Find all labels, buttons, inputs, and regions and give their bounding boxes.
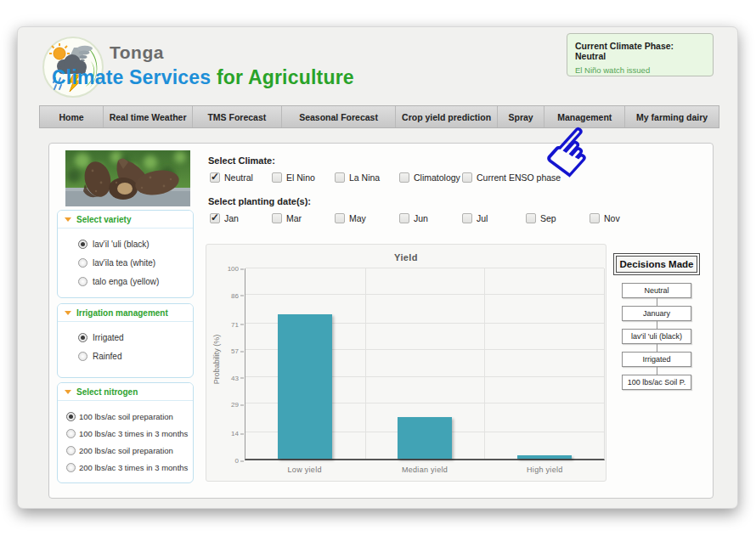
planting-dates-label: Select planting date(s): [208,196,311,206]
irrigation-management-panel: Irrigation management Irrigated Rainfed [57,303,194,378]
collapse-arrow-icon [65,217,71,222]
select-nitrogen-header[interactable]: Select nitrogen [58,383,193,401]
yield-chart: Yield Probability (%) 0142943577186100 L… [206,244,606,482]
radio-icon [78,240,87,249]
decisions-made-title: Decisions Made [616,256,697,273]
nav-home[interactable]: Home [40,106,104,127]
decision-connector [657,367,657,375]
climate-phase-title: Current Climate Phase: Neutral [575,41,705,61]
checkbox-icon [462,172,472,183]
radio-icon [78,352,87,361]
checkbox-icon [272,172,282,183]
climate-option-current-enso[interactable]: Current ENSO phase [462,172,561,183]
chart-bar [398,417,452,459]
planting-dates-row: Jan Mar May Jun Jul Sep Nov [206,213,681,227]
chart-bar-slot [245,268,365,459]
irrigation-management-header[interactable]: Irrigation management [58,304,193,322]
nav-real-time-weather[interactable]: Real time Weather [104,106,193,127]
radio-icon [66,463,76,472]
x-label-high-yield: High yield [485,465,605,474]
date-option-mar[interactable]: Mar [272,213,302,223]
variety-option-white[interactable]: lav'ila tea (white) [78,258,189,268]
select-variety-header[interactable]: Select variety [58,211,193,229]
checkbox-icon [526,213,536,223]
chart-title: Yield [206,252,606,262]
checkbox-icon [335,213,345,223]
radio-icon [78,333,87,342]
checkbox-icon [335,172,345,183]
chart-x-labels: Low yield Median yield High yield [245,465,605,474]
nav-my-farming-dairy[interactable]: My farming dairy [625,106,719,127]
date-option-may[interactable]: May [335,213,366,223]
decision-irrigation: Irrigated [622,352,691,367]
taro-crop-image [65,150,190,206]
variety-option-black[interactable]: lav'il 'uli (black) [78,240,189,249]
climate-option-climatology[interactable]: Climatology [399,172,460,183]
climate-option-neutral[interactable]: Neutral [210,172,253,183]
irrigation-option-irrigated[interactable]: Irrigated [78,333,189,342]
collapse-arrow-icon [65,390,71,394]
chart-yaxis: 0142943577186100 [217,268,242,460]
date-option-nov[interactable]: Nov [590,213,620,223]
checkbox-icon [399,213,409,223]
subtitle-green: for Agriculture [211,66,353,88]
app-window: Tonga Climate Services for Agriculture C… [17,26,738,509]
decision-connector [657,298,657,306]
select-climate-label: Select Climate: [208,155,275,166]
nitrogen-option-100-3times[interactable]: 100 lbs/ac 3 times in 3 months [66,429,189,438]
radio-icon [66,412,76,421]
app-title: Tonga [110,42,164,63]
date-option-jul[interactable]: Jul [462,213,488,223]
chart-bar-slot [484,268,604,459]
nav-seasonal-forecast[interactable]: Seasonal Forecast [282,106,396,127]
nav-tms-forecast[interactable]: TMS Forecast [193,106,282,127]
select-variety-panel: Select variety lav'il 'uli (black) lav'i… [57,210,194,298]
nav-spray[interactable]: Spray [498,106,544,127]
collapse-arrow-icon [65,311,71,315]
chart-bar [278,314,332,459]
nitrogen-option-100-soil[interactable]: 100 lbs/ac soil preparation [66,412,189,421]
checkbox-icon [210,172,220,183]
radio-icon [66,429,76,438]
variety-option-yellow[interactable]: talo enga (yellow) [78,277,189,286]
nav-crop-yield-prediction[interactable]: Crop yield prediction [396,106,498,127]
decision-month: January [622,306,691,321]
climate-option-el-nino[interactable]: El Nino [272,172,315,183]
decisions-stack: Neutral January lav'il 'uli (black) Irri… [610,283,703,390]
date-option-jun[interactable]: Jun [399,213,428,223]
climate-phase-box: Current Climate Phase: Neutral El Niño w… [567,33,714,76]
checkbox-icon [590,213,600,223]
x-label-low-yield: Low yield [245,465,364,474]
climate-options-row: Neutral El Nino La Nina Climatology Curr… [206,172,681,186]
irrigation-option-rainfed[interactable]: Rainfed [78,352,189,361]
decision-connector [657,344,657,352]
decision-connector [657,321,657,329]
select-nitrogen-panel: Select nitrogen 100 lbs/ac soil preparat… [57,382,194,483]
climate-phase-subtitle: El Niño watch issued [575,65,705,75]
chart-bar-slot [365,268,485,459]
date-option-sep[interactable]: Sep [526,213,556,223]
nitrogen-option-200-3times[interactable]: 200 lbs/ac 3 times in 3 months [66,463,189,472]
radio-icon [66,446,76,455]
app-subtitle: Climate Services for Agriculture [52,66,354,89]
checkbox-icon [210,213,220,223]
nav-management[interactable]: Management [544,106,625,127]
x-label-median-yield: Median yield [364,465,484,474]
main-content: Select variety lav'il 'uli (black) lav'i… [48,143,714,499]
decision-nitrogen: 100 lbs/ac Soil P. [622,375,691,390]
radio-icon [78,258,87,268]
decisions-made-panel: Decisions Made Neutral January lav'il 'u… [610,256,703,390]
main-nav: Home Real time Weather TMS Forecast Seas… [39,105,719,128]
chart-bar [517,455,572,459]
subtitle-blue: Climate Services [52,66,211,88]
checkbox-icon [272,213,282,223]
date-option-jan[interactable]: Jan [210,213,239,223]
chart-plot [245,268,605,460]
climate-option-la-nina[interactable]: La Nina [335,172,380,183]
checkbox-icon [399,172,409,183]
checkbox-icon [462,213,472,223]
radio-icon [78,277,87,286]
nitrogen-option-200-soil[interactable]: 200 lbs/ac soil preparation [66,446,189,455]
decision-climate: Neutral [622,283,691,298]
decision-variety: lav'il 'uli (black) [622,329,691,344]
